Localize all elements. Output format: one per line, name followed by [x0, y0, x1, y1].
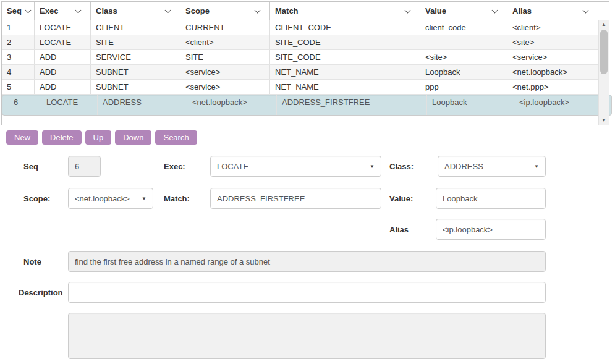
match-label: Match:	[164, 188, 190, 209]
header-filler	[598, 2, 609, 20]
value-field[interactable]	[436, 188, 546, 209]
seq-label: Seq	[23, 156, 38, 177]
description-text-area	[68, 313, 546, 359]
table-row[interactable]: 1LOCATECLIENTCURRENTCLIENT_CODEclient_co…	[2, 20, 598, 35]
step-detail-form: Seq Exec: LOCATE ▼ Class: ADDRESS ▼ Scop…	[0, 145, 615, 361]
class-label: Class:	[389, 156, 414, 177]
column-header-class[interactable]: Class	[91, 2, 180, 20]
dropdown-arrow-icon: ▼	[370, 164, 375, 169]
description-label: Description	[19, 282, 63, 303]
search-button[interactable]: Search	[155, 130, 197, 145]
chevron-down-icon	[165, 7, 171, 13]
scrollbar-thumb[interactable]	[600, 30, 608, 74]
table-row[interactable]: 3ADDSERVICESITESITE_CODE<site><service>	[2, 50, 598, 65]
delete-button[interactable]: Delete	[42, 130, 82, 145]
table-header: Seq Exec Class Scope Match Value Alias	[2, 2, 609, 20]
chevron-down-icon	[405, 7, 411, 13]
column-header-match[interactable]: Match	[270, 2, 420, 20]
column-header-seq[interactable]: Seq	[2, 2, 35, 20]
scope-select[interactable]: <net.loopback> ▼	[68, 188, 153, 209]
dropdown-arrow-icon: ▼	[534, 164, 539, 169]
table-row[interactable]: 2LOCATESITE<client>SITE_CODE<site>	[2, 35, 598, 50]
scroll-up-icon[interactable]: ▲	[599, 20, 609, 29]
column-header-alias[interactable]: Alias	[507, 2, 598, 20]
scroll-down-icon[interactable]: ▼	[599, 116, 609, 125]
note-field	[68, 251, 546, 272]
column-header-exec[interactable]: Exec	[35, 2, 91, 20]
new-button[interactable]: New	[6, 130, 38, 145]
steps-table: Seq Exec Class Scope Match Value Alias 1…	[1, 1, 609, 125]
alias-label: Alias	[389, 219, 409, 240]
table-body: 1LOCATECLIENTCURRENTCLIENT_CODEclient_co…	[2, 20, 609, 125]
note-label: Note	[23, 251, 41, 272]
chevron-down-icon	[255, 7, 261, 13]
toolbar: New Delete Up Down Search	[6, 130, 615, 145]
alias-field[interactable]	[436, 219, 546, 240]
description-field[interactable]	[68, 282, 546, 303]
dropdown-arrow-icon: ▼	[142, 196, 146, 201]
scope-label: Scope:	[23, 188, 50, 209]
table-row[interactable]: 4ADDSUBNET<service>NET_NAMELoopback<net.…	[2, 65, 598, 80]
table-row-selected[interactable]: 6LOCATEADDRESS<net.loopback>ADDRESS_FIRS…	[2, 95, 612, 116]
seq-field	[68, 156, 101, 177]
table-row[interactable]: 5ADDSUBNET<service>NET_NAMEppp<net.ppp>	[2, 80, 598, 95]
value-label: Value:	[389, 188, 413, 209]
up-button[interactable]: Up	[85, 130, 112, 145]
chevron-down-icon	[583, 7, 589, 13]
exec-select[interactable]: LOCATE ▼	[210, 156, 381, 177]
vertical-scrollbar[interactable]: ▲ ▼	[598, 20, 609, 125]
chevron-down-icon	[75, 7, 82, 13]
column-header-scope[interactable]: Scope	[180, 2, 270, 20]
chevron-down-icon	[492, 7, 498, 13]
class-select[interactable]: ADDRESS ▼	[438, 156, 546, 177]
match-field[interactable]	[210, 188, 381, 209]
down-button[interactable]: Down	[115, 130, 151, 145]
exec-label: Exec:	[164, 156, 185, 177]
chevron-down-icon	[25, 7, 31, 13]
column-header-value[interactable]: Value	[420, 2, 507, 20]
